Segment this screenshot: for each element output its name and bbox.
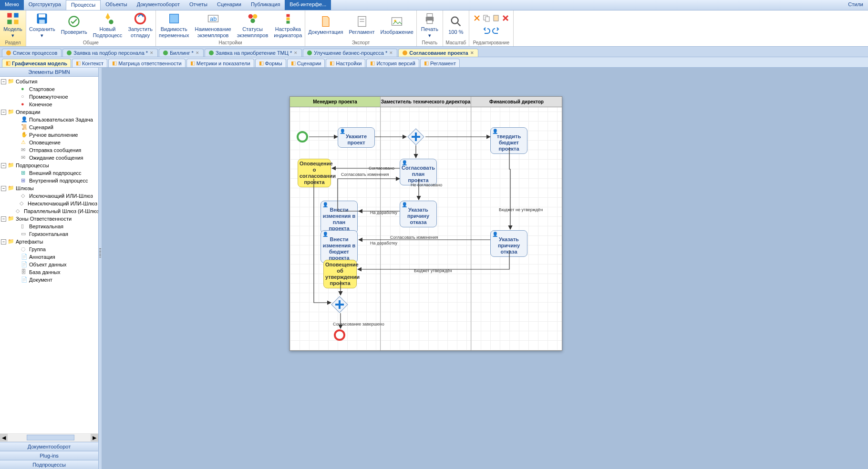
sub-tab[interactable]: ◧Контекст — [72, 59, 107, 67]
paste-icon[interactable] — [492, 14, 500, 22]
scroll-thumb[interactable] — [27, 435, 74, 440]
doc-tab[interactable]: Заявка на подбор персонала *✕ — [62, 49, 158, 57]
debug-button[interactable]: Запустить отладку — [125, 11, 155, 39]
lane-header[interactable]: Заместитель технического директора — [381, 97, 471, 107]
close-icon[interactable]: ✕ — [470, 51, 474, 55]
cut-icon[interactable] — [473, 14, 481, 22]
doc-tab[interactable]: Заявка на приобретение ТМЦ *✕ — [205, 49, 302, 57]
redo-icon[interactable] — [492, 27, 500, 34]
expand-icon[interactable]: − — [1, 239, 6, 245]
tree-item[interactable]: 📄Аннотация — [1, 253, 97, 261]
tree-item[interactable]: 🗄База данных — [1, 268, 97, 276]
tree-item[interactable]: ✋Ручное выполнение — [1, 131, 97, 139]
tree-category[interactable]: −📁Зоны Ответственности — [1, 215, 97, 223]
tree-item[interactable]: 👤Пользовательская Задача — [1, 116, 97, 123]
tree-item[interactable]: ▯Вертикальная — [1, 223, 97, 230]
tree-category[interactable]: −📁События — [1, 78, 97, 85]
user-task[interactable]: 👤Указать причину отказа — [400, 201, 437, 227]
save-button[interactable]: Сохранить▾ — [26, 11, 58, 39]
status-button[interactable]: Статусы экземпляров — [234, 11, 271, 39]
copy-icon[interactable] — [483, 14, 490, 22]
tree-category[interactable]: −📁Артефакты — [1, 238, 97, 245]
tree-item[interactable]: 📄Объект данных — [1, 261, 97, 268]
tree-item[interactable]: ●Конечное — [1, 101, 97, 108]
styles-link[interactable]: Стили — [843, 0, 868, 10]
sidebar-panel[interactable]: Подпроцессы — [0, 460, 98, 469]
tree-item[interactable]: ▭Горизонтальная — [1, 230, 97, 238]
canvas[interactable]: Менеджер проекта 👤Укажите проект Оповеще… — [99, 68, 868, 469]
tree-item[interactable]: ●Стартовое — [1, 85, 97, 93]
menu-item[interactable]: Сценарии — [212, 0, 246, 10]
lane-header[interactable]: Финансовый директор — [471, 97, 562, 107]
tree-item[interactable]: ⚠Оповещение — [1, 139, 97, 146]
tree-item[interactable]: 📄Документ — [1, 276, 97, 284]
vars-button[interactable]: Видимость переменных — [156, 11, 192, 39]
notification[interactable]: Оповещение об утверждении проекта — [323, 260, 357, 288]
user-task[interactable]: 👤Внести изменения в бюджет проекта — [320, 230, 358, 263]
user-task[interactable]: 👤Укажите проект — [338, 127, 375, 148]
user-task[interactable]: 👤Согласовать план проекта — [400, 159, 437, 185]
close-icon[interactable]: ✕ — [389, 51, 393, 55]
expand-icon[interactable]: − — [1, 163, 6, 168]
tree-category[interactable]: −📁Шлюзы — [1, 184, 97, 192]
tree-category[interactable]: −📁Подпроцессы — [1, 162, 97, 169]
sidebar-panel[interactable]: Документооборот — [0, 442, 98, 451]
tree-item[interactable]: ◇Исключающий ИЛИ-Шлюз — [1, 192, 97, 200]
sidebar-panel[interactable]: Plug-ins — [0, 451, 98, 460]
delete-icon[interactable] — [502, 14, 509, 22]
image-button[interactable]: Изображение — [378, 14, 416, 36]
doc-tab[interactable]: Биллинг *✕ — [159, 49, 204, 57]
expand-icon[interactable]: − — [1, 79, 6, 84]
sub-tab[interactable]: ◧История версий — [366, 59, 419, 67]
user-task[interactable]: 👤Внести изменения в план проекта — [320, 201, 358, 234]
doc-tab[interactable]: Список процессов — [2, 49, 62, 57]
tree-category[interactable]: −📁Операции — [1, 108, 97, 116]
menu-item[interactable]: Оргструктура — [24, 0, 66, 10]
menu-item[interactable]: Публикация — [246, 0, 285, 10]
menu-item[interactable]: Объекты — [101, 0, 132, 10]
print-button[interactable]: Печать▾ — [417, 11, 443, 39]
sub-tab[interactable]: ◧Метрики и показатели — [186, 59, 254, 67]
doc-tab[interactable]: Улучшение бизнес-процесса *✕ — [303, 49, 397, 57]
model-button[interactable]: Модель▾ — [0, 11, 26, 39]
lane-header[interactable]: Менеджер проекта — [290, 97, 380, 107]
new-subprocess-button[interactable]: Новый Подпроцесс — [90, 11, 125, 39]
scroll-left-icon[interactable]: ◀ — [0, 434, 8, 441]
tree-item[interactable]: ✉Отправка сообщения — [1, 146, 97, 154]
tree-item[interactable]: ◇Параллельный Шлюз (И-Шлюз) — [1, 207, 97, 215]
user-task[interactable]: 👤Указать причину отказа — [490, 230, 527, 257]
menu-item[interactable]: Меню — [0, 0, 24, 10]
menu-item-active[interactable]: Процессы — [66, 0, 101, 10]
doc-button[interactable]: Документация — [305, 14, 346, 36]
menu-item[interactable]: Отчеты — [185, 0, 212, 10]
check-button[interactable]: Проверить — [58, 14, 90, 36]
tree-item[interactable]: ⊞Внешний подпроцесс — [1, 169, 97, 177]
notification[interactable]: Оповещение о согласовании проекта — [298, 159, 331, 187]
expand-icon[interactable]: − — [1, 186, 6, 191]
parallel-gateway[interactable] — [407, 128, 424, 145]
zoom-button[interactable]: 100 % — [443, 14, 469, 36]
splitter[interactable] — [99, 68, 102, 469]
reglament-button[interactable]: Регламент — [346, 14, 377, 36]
tree-item[interactable]: ◌Группа — [1, 245, 97, 253]
sub-tab[interactable]: ◧Матрица ответственности — [108, 59, 186, 67]
sub-tab[interactable]: ◧Регламент — [420, 59, 460, 67]
indicator-button[interactable]: Настройка индикатора — [271, 11, 305, 39]
user-task[interactable]: 👤твердить бюджет проекта — [490, 127, 527, 154]
tree-item[interactable]: ○Промежуточное — [1, 93, 97, 101]
undo-icon[interactable] — [483, 27, 490, 34]
expand-icon[interactable]: − — [1, 110, 6, 115]
parallel-gateway[interactable] — [331, 296, 348, 313]
sub-tab[interactable]: ◧Сценарии — [287, 59, 325, 67]
naming-button[interactable]: abНаименование экземпляров — [192, 11, 234, 39]
sub-tab[interactable]: ◧Графическая модель — [2, 59, 71, 67]
bpmn-diagram[interactable]: Менеджер проекта 👤Укажите проект Оповеще… — [289, 96, 562, 351]
tree-item[interactable]: ✉Ожидание сообщения — [1, 154, 97, 162]
close-icon[interactable]: ✕ — [196, 51, 199, 55]
tree-item[interactable]: 📜Сценарий — [1, 123, 97, 131]
tree-item[interactable]: ◇Неисключающий ИЛИ-Шлюз — [1, 200, 97, 207]
expand-icon[interactable]: − — [1, 216, 6, 222]
menu-item[interactable]: Документооборот — [132, 0, 185, 10]
scroll-right-icon[interactable]: ▶ — [91, 434, 98, 441]
close-icon[interactable]: ✕ — [150, 51, 154, 55]
